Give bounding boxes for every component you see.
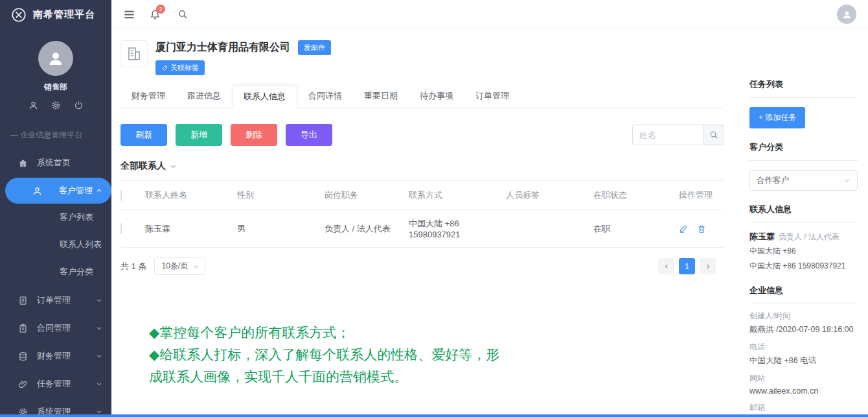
hamburger-menu-icon[interactable] — [123, 8, 135, 21]
brand: 南希管理平台 — [0, 0, 111, 29]
customer-category-select[interactable]: 合作客户 — [749, 170, 858, 191]
sidebar-item-label: 任务管理 — [37, 378, 71, 390]
name-search-input[interactable] — [632, 125, 703, 145]
select-all-checkbox[interactable] — [120, 190, 122, 201]
prev-page-button[interactable] — [658, 258, 674, 274]
company-name: 厦门亚力士体育用品有限公司 — [155, 41, 290, 54]
sidebar-item-label: 订单管理 — [37, 294, 71, 306]
column-header: 联系方式 — [409, 189, 506, 201]
refresh-button[interactable]: 刷新 — [120, 124, 167, 146]
gender-cell: 男 — [237, 223, 325, 235]
profile-user-icon[interactable] — [29, 101, 38, 110]
user-avatar[interactable] — [837, 5, 856, 24]
contact-method-cell: 中国大陆 +86 15980937921 — [409, 218, 506, 239]
customer-category-value: 合作客户 — [757, 175, 789, 186]
company-header: 厦门亚力士体育用品有限公司 发邮件 关联标签 — [120, 40, 724, 75]
sidebar-item-label: 财务管理 — [37, 350, 71, 362]
tab-contract-detail[interactable]: 合同详情 — [297, 85, 353, 108]
pagination: 共 1 条 10条/页 1 — [120, 257, 724, 275]
column-header: 人员标签 — [506, 189, 593, 201]
column-header: 联系人姓名 — [145, 189, 237, 201]
notification-bell-icon[interactable]: 2 — [150, 9, 161, 20]
delete-trash-icon[interactable] — [697, 224, 706, 233]
sidebar-item-orders[interactable]: 订单管理 — [0, 287, 111, 313]
chevron-down-icon — [96, 353, 102, 359]
annotation-text: ◆掌控每个客户的所有联系方式； ◆给联系人打标，深入了解每个联系人的性格、爱好等… — [149, 322, 724, 388]
add-button[interactable]: 新增 — [176, 124, 222, 146]
next-page-button[interactable] — [700, 258, 716, 274]
contact-info-section: 联系人信息 陈玉霖负责人 / 法人代表 中国大陆 +86 中国大陆 +86 15… — [749, 204, 858, 272]
sidebar-item-contact-list[interactable]: 联系人列表 — [0, 233, 111, 256]
sidebar-item-customers[interactable]: 客户管理 — [5, 178, 111, 204]
edit-pencil-icon[interactable] — [679, 224, 688, 233]
paperclip-icon — [18, 379, 28, 389]
sidebar-item-finance[interactable]: 财务管理 — [0, 343, 111, 369]
send-mail-button[interactable]: 发邮件 — [298, 40, 331, 55]
tab-todo[interactable]: 待办事项 — [409, 85, 464, 108]
table-header-row: 联系人姓名 性别 岗位职务 联系方式 人员标签 在职状态 操作管理 — [120, 181, 724, 210]
contact-filter-label: 全部联系人 — [120, 160, 166, 172]
sidebar-section-label: — 企业信息管理平台 — [0, 110, 111, 150]
user-profile: 销售部 — [0, 29, 111, 110]
contact-phone: 中国大陆 +86 — [749, 245, 858, 257]
clipboard-icon — [18, 324, 28, 333]
delete-button[interactable]: 删除 — [231, 124, 277, 146]
page-number-button[interactable]: 1 — [679, 258, 695, 274]
sidebar-item-tasks[interactable]: 任务管理 — [0, 371, 111, 397]
related-tags-label: 关联标签 — [170, 63, 199, 73]
toolbar: 刷新 新增 删除 导出 — [120, 124, 724, 146]
right-panel: 任务列表 + 添加任务 客户分类 合作客户 联系人信息 陈玉霖负责人 / 法人代… — [733, 29, 868, 417]
tab-finance[interactable]: 财务管理 — [120, 85, 176, 108]
task-list-section: 任务列表 + 添加任务 — [749, 78, 858, 128]
sidebar-item-contracts[interactable]: 合同管理 — [0, 315, 111, 341]
user-avatar[interactable] — [38, 41, 73, 76]
detail-tabs: 财务管理 跟进信息 联系人信息 合同详情 重要日期 待办事项 订单管理 — [120, 85, 724, 108]
topbar: 2 — [111, 0, 868, 29]
chevron-down-icon — [96, 297, 102, 304]
document-icon — [18, 296, 28, 305]
chevron-up-icon — [96, 187, 102, 194]
profile-settings-icon[interactable] — [51, 101, 61, 110]
sidebar-item-home[interactable]: 系统首页 — [0, 150, 111, 176]
search-submit-button[interactable] — [703, 125, 724, 145]
database-icon — [18, 351, 28, 361]
chevron-down-icon — [170, 163, 177, 170]
company-info-section: 企业信息 创建人/时间 戴燕洪 /2020-07-09 18:16:00 电话 … — [749, 285, 858, 417]
logout-power-icon[interactable] — [74, 101, 84, 110]
column-header: 在职状态 — [593, 189, 679, 201]
field-value: 中国大陆 +86 电话 — [749, 355, 858, 366]
customer-category-title: 客户分类 — [749, 141, 858, 161]
chevron-down-icon — [96, 325, 102, 331]
contact-filter[interactable]: 全部联系人 — [120, 160, 724, 181]
page-size-select[interactable]: 10条/页 — [154, 257, 205, 275]
tab-contacts[interactable]: 联系人信息 — [232, 85, 297, 108]
row-checkbox[interactable] — [120, 223, 122, 234]
bottom-accent-line — [0, 414, 868, 417]
brand-logo-icon — [10, 6, 27, 23]
search-icon[interactable] — [177, 9, 188, 19]
contact-name-cell: 陈玉霖 — [145, 223, 237, 235]
sidebar-item-customer-list[interactable]: 客户列表 — [0, 206, 111, 229]
add-task-button[interactable]: + 添加任务 — [749, 107, 805, 128]
sidebar-item-label: 客户分类 — [60, 267, 93, 276]
tab-important-dates[interactable]: 重要日期 — [353, 85, 409, 108]
tab-orders[interactable]: 订单管理 — [464, 85, 520, 108]
chevron-down-icon — [96, 381, 102, 387]
department-label: 销售部 — [0, 82, 111, 93]
sidebar-item-label: 客户列表 — [60, 212, 93, 222]
home-icon — [18, 158, 28, 168]
content-area: 厦门亚力士体育用品有限公司 发邮件 关联标签 财务管理 跟进信息 联系人信息 合… — [111, 29, 868, 417]
export-button[interactable]: 导出 — [286, 124, 332, 146]
field-label: 创建人/时间 — [749, 311, 858, 322]
sidebar: 南希管理平台 销售部 — 企业信息管理平台 系统首页 — [0, 0, 111, 417]
annotation-line: ◆给联系人打标，深入了解每个联系人的性格、爱好等，形 — [149, 344, 724, 366]
annotation-line: ◆掌控每个客户的所有联系方式； — [149, 322, 724, 344]
tab-followup[interactable]: 跟进信息 — [176, 85, 232, 108]
sidebar-item-customer-category[interactable]: 客户分类 — [0, 260, 111, 283]
user-icon — [32, 186, 42, 196]
table-row: 陈玉霖 男 负责人 / 法人代表 中国大陆 +86 15980937921 在职 — [120, 210, 724, 248]
contact-name: 陈玉霖 — [749, 232, 775, 241]
sidebar-item-label: 客户管理 — [59, 185, 93, 197]
related-tags-button[interactable]: 关联标签 — [155, 60, 205, 75]
sidebar-item-label: 合同管理 — [37, 322, 71, 334]
